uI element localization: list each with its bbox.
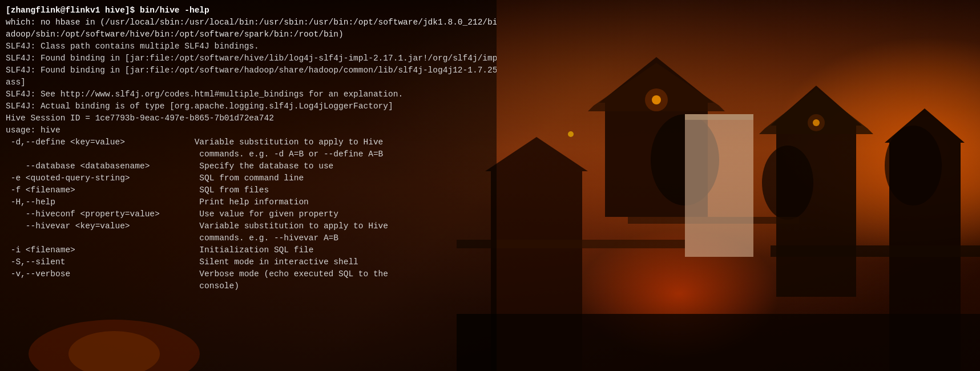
terminal-line-16: -H,--help Print help information — [6, 196, 491, 208]
terminal-line-20: -i <filename> Initialization SQL file — [6, 244, 491, 256]
terminal-line-19: commands. e.g. --hivevar A=B — [6, 232, 491, 244]
terminal-line-4: SLF4J: Found binding in [jar:file:/opt/s… — [6, 53, 491, 64]
terminal-line-14: -e <quoted-query-string> SQL from comman… — [6, 172, 491, 184]
terminal-line-12: commands. e.g. -d A=B or --define A=B — [6, 148, 491, 160]
terminal-line-13: --database <databasename> Specify the da… — [6, 160, 491, 172]
terminal-line-21: -S,--silent Silent mode in interactive s… — [6, 256, 491, 268]
terminal-output: [zhangflink@flinkv1 hive]$ bin/hive -hel… — [0, 0, 497, 371]
terminal-line-11: -d,--define <key=value> Variable substit… — [6, 136, 491, 148]
terminal-line-10: usage: hive — [6, 124, 491, 136]
terminal-line-2: adoop/sbin:/opt/software/hive/bin:/opt/s… — [6, 29, 491, 41]
terminal-line-18: --hivevar <key=value> Variable substitut… — [6, 220, 491, 232]
terminal-line-22: -v,--verbose Verbose mode (echo executed… — [6, 268, 491, 280]
terminal-line-23: console) — [6, 280, 491, 292]
terminal-line-0: [zhangflink@flinkv1 hive]$ bin/hive -hel… — [6, 5, 491, 17]
terminal-line-7: SLF4J: See http://www.slf4j.org/codes.ht… — [6, 88, 491, 100]
terminal-line-3: SLF4J: Class path contains multiple SLF4… — [6, 41, 491, 53]
main-container: [zhangflink@flinkv1 hive]$ bin/hive -hel… — [0, 0, 980, 371]
terminal-line-8: SLF4J: Actual binding is of type [org.ap… — [6, 100, 491, 112]
terminal-line-1: which: no hbase in (/usr/local/sbin:/usr… — [6, 17, 491, 29]
terminal-line-15: -f <filename> SQL from files — [6, 184, 491, 196]
terminal-line-6: ass] — [6, 76, 491, 88]
terminal-line-9: Hive Session ID = 1ce7793b-9eac-497e-b86… — [6, 112, 491, 124]
terminal-line-5: SLF4J: Found binding in [jar:file:/opt/s… — [6, 64, 491, 76]
terminal-line-17: --hiveconf <property=value> Use value fo… — [6, 208, 491, 220]
